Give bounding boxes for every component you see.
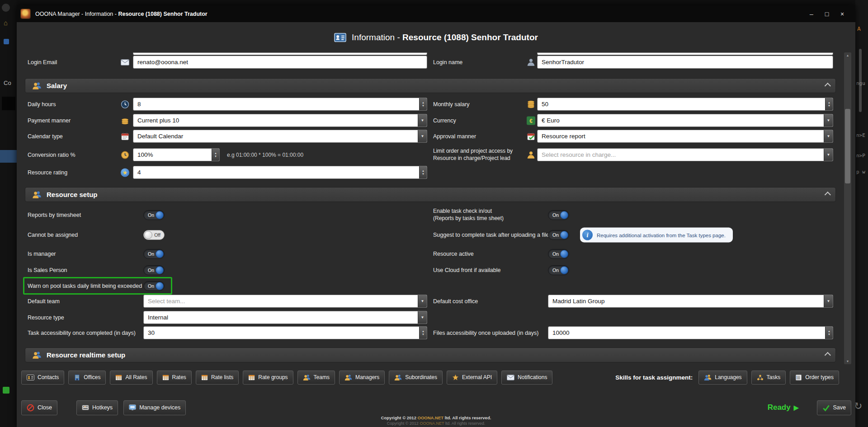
scrollbar-thumb[interactable] [845, 109, 850, 183]
approval-manner-dropdown[interactable]: ▼ [537, 130, 833, 143]
section-resource-realtime[interactable]: Resource realtime setup [25, 347, 836, 362]
page-header: Information - Resource (1088) Senhor Tra… [17, 22, 855, 52]
dropdown-arrow-icon[interactable]: ▼ [418, 295, 427, 307]
rate-groups-button[interactable]: Rate groups [243, 371, 293, 385]
close-button[interactable]: Close [21, 400, 57, 415]
resource-in-charge-input[interactable] [538, 149, 833, 161]
files-accessibility-input[interactable] [548, 327, 833, 339]
row-calendar-approval: Calendar type ▼ Approval manner ▼ [17, 130, 855, 143]
dropdown-arrow-icon[interactable]: ▼ [824, 149, 833, 161]
monthly-salary-field[interactable]: ▲▼ [537, 98, 833, 111]
spinner-icon[interactable]: ▲▼ [419, 98, 427, 110]
task-accessibility-field[interactable]: ▲▼ [143, 326, 427, 339]
suggest-complete-toggle[interactable]: On [548, 230, 569, 240]
rate-lists-button[interactable]: Rate lists [196, 371, 239, 385]
warn-pool-tasks-toggle[interactable]: On [143, 281, 165, 291]
offices-button[interactable]: Offices [68, 371, 106, 385]
subordinates-button[interactable]: Subordinates [389, 371, 443, 385]
conversion-ratio-field[interactable]: ▲▼ [133, 148, 220, 161]
section-salary[interactable]: Salary [25, 78, 836, 93]
cannot-be-assigned-toggle[interactable]: Off [143, 230, 165, 240]
dropdown-arrow-icon[interactable]: ▼ [824, 114, 833, 127]
conversion-ratio-input[interactable] [133, 149, 219, 161]
login-name-field[interactable] [537, 56, 833, 69]
is-manager-toggle[interactable]: On [143, 249, 165, 259]
rates-button[interactable]: Rates [157, 371, 192, 385]
external-api-button[interactable]: External API [447, 371, 497, 385]
spinner-icon[interactable]: ▲▼ [212, 149, 219, 161]
use-cloud-front-toggle[interactable]: On [548, 265, 569, 275]
monthly-salary-label: Monthly salary [433, 101, 470, 108]
daily-hours-field[interactable]: ▲▼ [133, 98, 427, 111]
enable-task-check-label: Enable task check in/out(Reports by task… [433, 208, 504, 222]
collapse-chevron-icon[interactable] [825, 352, 831, 358]
background-fragment: n>E [856, 132, 865, 138]
titlebar[interactable]: OOONA Manager - Information - Resource (… [17, 5, 855, 22]
collapse-chevron-icon[interactable] [825, 82, 831, 89]
dropdown-arrow-icon[interactable]: ▼ [418, 114, 427, 127]
scroll-up-icon[interactable]: ▲ [844, 54, 851, 57]
notifications-button[interactable]: Notifications [501, 371, 552, 385]
spinner-icon[interactable]: ▲▼ [825, 98, 833, 110]
spinner-icon[interactable]: ▲▼ [825, 327, 833, 339]
resource-rating-input[interactable] [133, 166, 427, 178]
hotkeys-button[interactable]: Hotkeys [76, 400, 118, 415]
collapse-chevron-icon[interactable] [825, 191, 831, 197]
payment-manner-dropdown[interactable]: ▼ [133, 114, 427, 127]
section-resource-setup[interactable]: Resource setup [25, 187, 836, 202]
scrollbar[interactable]: ▲ ▼ [844, 52, 851, 364]
maximize-button[interactable]: □ [819, 8, 835, 20]
resource-active-toggle[interactable]: On [548, 249, 569, 259]
approval-manner-value[interactable] [538, 130, 833, 142]
monitor-icon [129, 404, 136, 411]
manage-devices-button[interactable]: Manage devices [123, 400, 186, 415]
row-manager-active: Is manager On Resource active On [17, 247, 855, 261]
resource-rating-field[interactable]: ▲▼ [133, 166, 427, 179]
resource-in-charge-dropdown[interactable]: ▼ [537, 148, 833, 161]
brand-link[interactable]: OOONA.NET [418, 415, 444, 420]
dropdown-arrow-icon[interactable]: ▼ [824, 130, 833, 142]
default-team-input[interactable] [144, 295, 427, 307]
contacts-button[interactable]: Contacts [21, 371, 64, 385]
default-team-dropdown[interactable]: ▼ [143, 295, 427, 308]
monthly-salary-input[interactable] [538, 98, 833, 110]
currency-value[interactable] [538, 114, 833, 127]
close-window-button[interactable]: × [835, 8, 850, 20]
tasks-button[interactable]: Tasks [751, 371, 786, 385]
dropdown-arrow-icon[interactable]: ▼ [418, 311, 427, 324]
salary-section-title: Salary [47, 82, 67, 89]
reports-by-timesheet-toggle[interactable]: On [143, 210, 165, 220]
scroll-down-icon[interactable]: ▼ [844, 360, 851, 363]
default-cost-office-dropdown[interactable]: ▼ [548, 295, 833, 308]
currency-dropdown[interactable]: ▼ [537, 114, 833, 127]
dropdown-arrow-icon[interactable]: ▼ [418, 130, 427, 142]
resource-type-dropdown[interactable]: ▼ [143, 311, 427, 324]
managers-button[interactable]: Managers [339, 371, 385, 385]
payment-manner-value[interactable] [133, 114, 427, 127]
background-text-fragment: Co [4, 80, 11, 86]
all-rates-button[interactable]: All Rates [110, 371, 152, 385]
order-types-button[interactable]: Order types [790, 371, 839, 385]
save-button[interactable]: Save [817, 400, 852, 415]
calendar-type-value[interactable] [133, 130, 427, 142]
login-name-input[interactable] [538, 56, 833, 68]
login-email-field[interactable] [133, 56, 427, 69]
toggle-knob [560, 231, 568, 239]
is-sales-person-toggle[interactable]: On [143, 265, 165, 275]
login-email-input[interactable] [133, 56, 427, 68]
calendar-type-dropdown[interactable]: ▼ [133, 130, 427, 143]
cutoff-field [537, 52, 833, 55]
languages-button[interactable]: Languages [698, 371, 747, 385]
brand-link[interactable]: OOONA.NET [420, 421, 444, 426]
minimize-button[interactable]: – [804, 8, 819, 20]
default-cost-office-value[interactable] [548, 295, 833, 307]
spinner-icon[interactable]: ▲▼ [419, 327, 427, 339]
teams-button[interactable]: Teams [297, 371, 335, 385]
files-accessibility-field[interactable]: ▲▼ [548, 326, 833, 339]
daily-hours-input[interactable] [133, 98, 427, 110]
dropdown-arrow-icon[interactable]: ▼ [824, 295, 833, 307]
task-accessibility-input[interactable] [144, 327, 427, 339]
spinner-icon[interactable]: ▲▼ [419, 166, 427, 178]
resource-type-value[interactable] [144, 311, 427, 324]
enable-task-check-toggle[interactable]: On [548, 210, 569, 220]
